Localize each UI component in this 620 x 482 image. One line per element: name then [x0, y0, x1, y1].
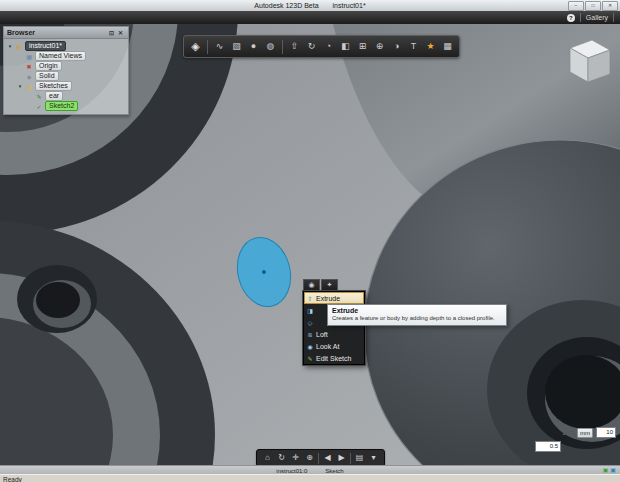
material-tool-icon[interactable]: ◑	[389, 39, 404, 54]
menu-item-look-at[interactable]: ◉ Look At	[304, 340, 364, 352]
close-icon[interactable]: ✕	[116, 29, 125, 36]
status-document: instruct01:0	[276, 468, 307, 474]
document-title: instruct01*	[333, 2, 366, 9]
status-ready: Ready	[3, 476, 22, 482]
sketch-icon: ✎	[35, 93, 43, 100]
snap-settings: ▲ ∷ mm 10	[562, 427, 616, 438]
chevron-down-icon[interactable]: ▾	[7, 43, 13, 49]
text-tool-icon[interactable]: T	[406, 39, 421, 54]
popup-handle-icon[interactable]: ▲	[562, 430, 567, 436]
favorites-star-icon[interactable]: ★	[423, 39, 438, 54]
primitive-sphere-icon[interactable]: ●	[246, 39, 261, 54]
navbar-divider	[350, 453, 351, 464]
browser-item-document[interactable]: ▾ ▤ instruct01*	[7, 41, 127, 51]
tooltip: Extrude Creates a feature or body by add…	[327, 304, 507, 326]
primitive-cylinder-icon[interactable]: ◍	[263, 39, 278, 54]
snap-increment-input[interactable]: 0.5	[535, 441, 561, 452]
minimize-button[interactable]: –	[568, 1, 584, 11]
snap-increment: 0.5 ▴ ▾	[535, 441, 564, 452]
named-views-icon: ▦	[25, 53, 33, 60]
close-button[interactable]: ✕	[602, 1, 618, 11]
menu-item-loft[interactable]: ≋ Loft	[304, 328, 364, 340]
menu-item-edit-sketch[interactable]: ✎ Edit Sketch	[304, 352, 364, 364]
browser-item-solid[interactable]: ◆ Solid	[17, 71, 127, 81]
maximize-button[interactable]: □	[585, 1, 601, 11]
menu-bar: ? Gallery	[0, 11, 620, 24]
units-button[interactable]: mm	[577, 428, 593, 438]
snap-tool-icon[interactable]: ▦	[440, 39, 455, 54]
tool-icon: ◨	[306, 307, 314, 314]
status-bar: Ready	[0, 474, 620, 482]
home-icon[interactable]: ⌂	[262, 451, 273, 465]
menubar-divider	[613, 13, 614, 22]
grid-snap-icon[interactable]: ∷	[570, 429, 574, 437]
origin-icon: ✖	[25, 63, 33, 70]
shell-tool-icon[interactable]: ◧	[338, 39, 353, 54]
status-mode: Sketch	[325, 468, 343, 474]
main-toolbar: ◈ ∿ ▧ ● ◍ ⇧ ↻ ◔ ◧ ⊞ ⊕ ◑ T ★ ▦	[183, 35, 460, 58]
look-at-icon: ◉	[306, 343, 314, 350]
primitive-box-icon[interactable]: ▧	[229, 39, 244, 54]
view-cube[interactable]	[558, 32, 614, 88]
orbit-icon[interactable]: ↻	[276, 451, 287, 465]
navbar-divider	[318, 453, 319, 464]
app-title: Autodesk 123D Beta	[254, 2, 318, 9]
pattern-tool-icon[interactable]: ⊞	[355, 39, 370, 54]
previous-view-icon[interactable]: ◀	[322, 451, 333, 465]
chevron-down-icon[interactable]: ▾	[368, 451, 379, 465]
app-window: Autodesk 123D Beta instruct01* – □ ✕ ? G…	[0, 0, 620, 482]
dock-icon[interactable]: ⊡	[107, 29, 116, 36]
browser-item-named-views[interactable]: ▦ Named Views	[17, 51, 127, 61]
next-view-icon[interactable]: ▶	[336, 451, 347, 465]
menu-item-extrude[interactable]: ⇧ Extrude	[304, 292, 364, 304]
gallery-button[interactable]: Gallery	[586, 14, 608, 21]
spinner-down-icon[interactable]: ▾	[562, 447, 564, 451]
browser-tree: ▾ ▤ instruct01* ▦ Named Views ✖ Origin ◆…	[4, 39, 128, 114]
browser-item-sketches[interactable]: ▾ ▤ Sketches	[17, 81, 127, 91]
pan-icon[interactable]: ✛	[290, 451, 301, 465]
browser-title: Browser	[7, 29, 35, 36]
document-icon: ▤	[15, 43, 23, 50]
extrude-icon: ⇧	[306, 295, 314, 302]
edit-sketch-icon: ✎	[306, 355, 314, 362]
browser-panel: Browser ⊡ ✕ ▾ ▤ instruct01* ▦ Named View…	[3, 26, 129, 115]
loft-icon: ≋	[306, 331, 314, 338]
extrude-tool-icon[interactable]: ⇧	[287, 39, 302, 54]
stepper[interactable]: ▴ ▾	[562, 443, 564, 451]
chevron-down-icon[interactable]: ▾	[17, 83, 23, 89]
main-menu-cube-icon[interactable]: ◈	[188, 39, 203, 54]
menubar-divider	[580, 13, 581, 22]
tooltip-title: Extrude	[332, 307, 502, 314]
tool-icon: ◇	[306, 319, 314, 326]
toolbar-divider	[207, 40, 208, 54]
browser-item-sketch-ear[interactable]: ✎ ear	[27, 91, 127, 101]
combine-tool-icon[interactable]: ⊕	[372, 39, 387, 54]
display-settings-icon[interactable]: ▤	[354, 451, 365, 465]
browser-item-origin[interactable]: ✖ Origin	[17, 61, 127, 71]
revolve-tool-icon[interactable]: ↻	[304, 39, 319, 54]
help-icon[interactable]: ?	[567, 14, 575, 22]
status-green-icon[interactable]: ▣	[603, 467, 609, 474]
context-menu: ⇧ Extrude ◨ ◇ ≋ Loft ◉ Look At ✎ Edit Sk…	[303, 291, 365, 365]
folder-icon: ▤	[25, 83, 33, 90]
status-blue-icon[interactable]: ▣	[610, 467, 616, 474]
sketch-tool-icon[interactable]: ∿	[212, 39, 227, 54]
toolbar-divider	[282, 40, 283, 54]
grid-size-input[interactable]: 10	[596, 427, 616, 438]
browser-item-sketch2[interactable]: ✓ Sketch2	[27, 101, 127, 111]
window-controls: – □ ✕	[568, 1, 618, 11]
browser-header[interactable]: Browser ⊡ ✕	[4, 27, 128, 39]
sketch-check-icon: ✓	[35, 103, 43, 110]
zoom-icon[interactable]: ⊕	[304, 451, 315, 465]
fillet-tool-icon[interactable]: ◔	[321, 39, 336, 54]
solid-icon: ◆	[25, 73, 33, 80]
tooltip-body: Creates a feature or body by adding dept…	[332, 315, 502, 322]
